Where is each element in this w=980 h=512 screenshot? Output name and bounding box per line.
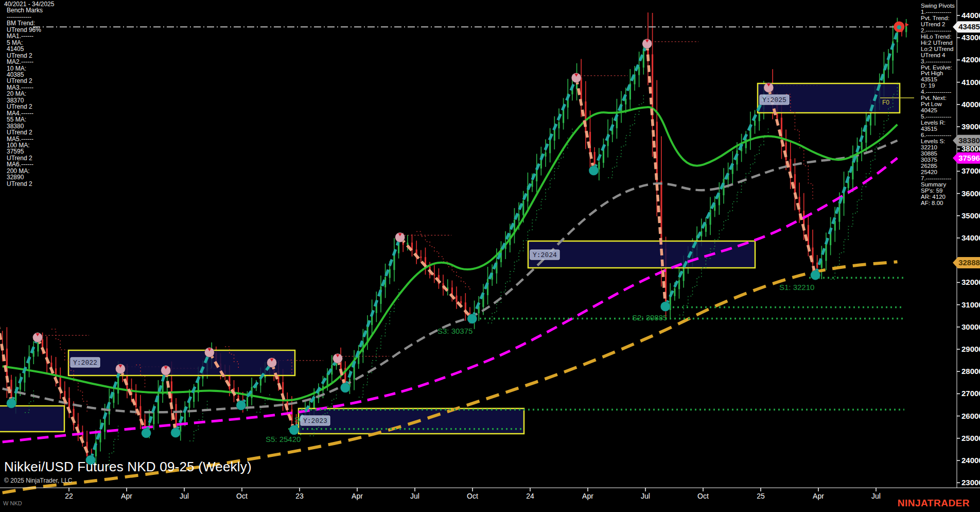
price-axis-label: 24000 [961,456,980,465]
moving-averages [3,107,898,493]
time-axis-label: Apr [582,492,593,500]
swing-pivots-line: 3.------------- [921,59,955,65]
price-axis-label: 40000 [961,100,980,109]
ninjatrader-logo: NINJATRADER [898,498,970,509]
support-level-label: S1: 32210 [779,283,814,292]
support-level-label: S3: 30375 [437,327,472,335]
price-tag-value: 37596 [958,153,980,162]
pivot-low-marker [171,428,181,438]
benchmarks-line: BM Trend: [4,20,54,26]
year-box[interactable] [299,408,524,434]
time-axis-label: 23 [295,492,304,500]
time-axis-label: Apr [121,492,132,500]
price-tag-value: 32888 [958,258,980,267]
swing-pivots-line: Lo:2 UTrend [921,46,955,53]
time-axis-label: Apr [352,492,363,500]
swing-pivots-line: HiLo Trend: [921,34,955,40]
benchmarks-line: MA1.------ [4,33,54,39]
benchmarks-line: UTrend 2 [4,104,54,110]
price-axis-label: 29000 [961,345,980,353]
candles-layer [3,12,906,465]
f0-label: F0 [882,99,889,106]
price-chart-canvas[interactable]: S1: 32210S2: 30885S3: 30375S4: 26285S5: … [0,0,980,512]
swing-pivots-line: SP's: 59 [921,188,955,194]
swing-pivots-panel: Swing Pivots1.-------------Pvt. Trend:UT… [921,3,955,206]
year-chip-label: Y:2023 [303,417,327,425]
price-axis-label: 25000 [961,434,980,442]
chart-title: Nikkei/USD Futures NKD 09-25 (Weekly) [4,459,252,475]
time-axis-label: Jul [641,492,650,500]
price-axis-label: 32000 [961,278,980,286]
price-axis-label: 42000 [961,55,980,64]
pivot-low-marker [589,166,599,176]
price-axis-label: 31000 [961,300,980,309]
pivot-low-marker [289,425,299,435]
benchmarks-line: MA6.------ [4,161,54,167]
swing-pivots-line: 7.------------- [921,176,955,182]
ma-line-200ma [3,262,898,492]
price-axis-label: 23000 [961,478,980,487]
year-box[interactable] [68,350,295,376]
price-axis-label: 37000 [961,166,980,175]
benchmarks-line: 37595 [4,148,54,155]
swing-pivots-line: AR: 4120 [921,194,955,200]
swing-pivots-line: UTrend 4 [921,53,955,59]
swing-pivots-line: 25420 [921,169,955,176]
price-axis-label: 30000 [961,322,980,331]
benchmarks-line: 32890 [4,174,54,180]
swing-pivots-line: 26285 [921,163,955,169]
benchmarks-line: 55 MA: [4,116,54,123]
price-axis-label: 27000 [961,389,980,398]
swing-pivots-line: Hi:2 UTrend [921,40,955,46]
time-axis-label: Jul [180,492,189,500]
swing-pivots-line: 2.------------- [921,28,955,34]
benchmarks-line: 20 MA: [4,91,54,97]
swing-pivots-line: 30375 [921,157,955,163]
price-axis-label: 34000 [961,233,980,242]
time-axis-label: Oct [467,492,478,500]
price-axis-label: 36000 [961,189,980,198]
time-axis[interactable]: 22AprJulOct23AprJulOct24AprJulOct25AprJu… [65,488,881,500]
pivot-low-marker [340,383,350,392]
title-block: Nikkei/USD Futures NKD 09-25 (Weekly) © … [4,459,252,484]
benchmarks-line: 41405 [4,46,54,52]
price-axis-label: 41000 [961,78,980,87]
price-tag-value: 43485 [958,22,980,31]
year-box[interactable] [0,406,64,432]
pivot-low-marker [236,400,246,410]
instrument-tab[interactable]: W NKD [3,500,22,506]
year-chip-label: Y:2025 [762,96,786,104]
price-tag-value: 38380 [958,136,980,145]
time-axis-label: Oct [236,492,248,500]
time-axis-label: Oct [697,492,709,500]
ninjatrader-chart-window: S1: 32210S2: 30885S3: 30375S4: 26285S5: … [0,0,980,512]
price-axis-label: 28000 [961,367,980,376]
time-axis-label: Jul [871,492,881,500]
benchmarks-panel: 40/2021 - 34/2025Bench Marks------------… [4,1,54,187]
pivot-low-marker [7,398,16,408]
pivot-low-marker [142,428,151,438]
pivot-low-marker [811,270,820,280]
time-axis-label: Apr [813,492,824,500]
time-axis-label: 25 [757,492,765,500]
time-axis-label: 22 [65,492,73,500]
support-level-label: S5: 25420 [266,435,301,443]
year-box[interactable] [528,241,755,268]
price-axis-label: 26000 [961,412,980,420]
support-level-label: S2: 30885 [632,313,667,322]
year-chip-label: Y:2024 [533,251,557,259]
price-axis-label: 43000 [961,33,980,42]
year-chip-label: Y:2022 [73,359,97,367]
copyright-text: © 2025 NinjaTrader, LLC [4,477,252,484]
pivot-low-marker [467,314,477,323]
swing-pivots-line: AF: 8.00 [921,200,955,207]
swing-pivots-line: Summary [921,182,955,188]
benchmarks-line: UTrend 2 [4,129,54,135]
benchmarks-line: MA2.------ [4,59,54,65]
pivot-low-marker [660,302,670,312]
price-axis-label: 44000 [961,11,980,20]
price-axis-label: 39000 [961,122,980,131]
time-axis-label: Jul [410,492,419,500]
benchmarks-line: UTrend 2 [4,181,54,187]
time-axis-label: 24 [526,492,534,500]
